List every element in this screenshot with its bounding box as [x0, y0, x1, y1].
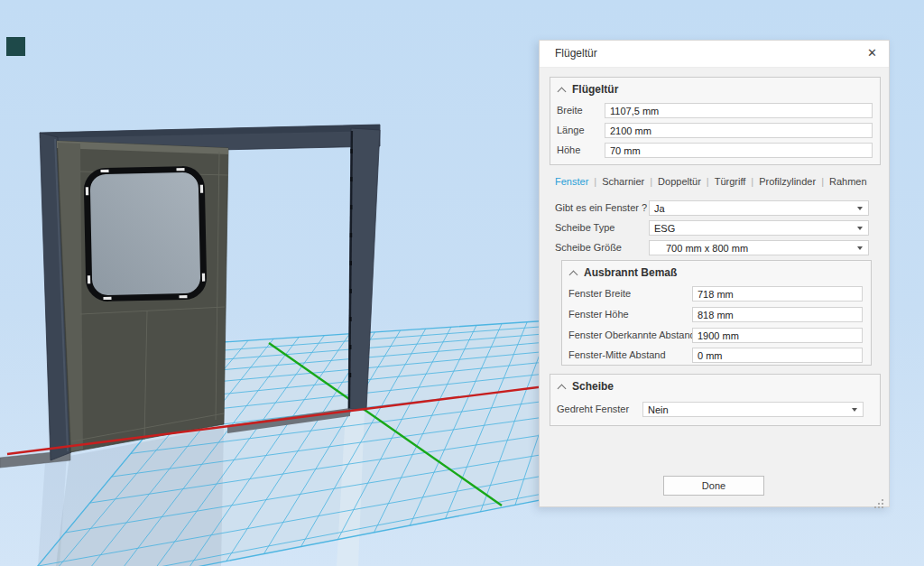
scheibe-groesse-label: Scheibe Größe: [555, 240, 622, 255]
tab-separator: |: [707, 176, 709, 187]
breite-input[interactable]: [605, 103, 873, 118]
resize-grip[interactable]: [882, 499, 883, 501]
group-scheibe-header[interactable]: Scheibe: [559, 380, 614, 393]
fenster-hoehe-label: Fenster Höhe: [568, 307, 629, 322]
chevron-down-icon: [857, 246, 863, 250]
tab-separator: |: [650, 176, 652, 187]
window-glass[interactable]: [87, 169, 204, 299]
chevron-down-icon: [857, 227, 863, 230]
tab-strip: Fenster|Scharnier|Doppeltür|Türgriff|Pro…: [555, 176, 867, 187]
laenge-label: Länge: [557, 123, 585, 138]
scheibe-type-value: ESG: [654, 223, 675, 234]
fenster-frage-label: Gibt es ein Fenster ?: [555, 200, 647, 216]
tab-fenster[interactable]: Fenster: [555, 176, 588, 187]
gedreht-fenster-combo[interactable]: Nein: [642, 402, 864, 417]
fenster-oberkannte-input[interactable]: [692, 328, 863, 343]
group-fluegeltur-header[interactable]: Flügeltür: [559, 83, 618, 96]
scheibe-type-combo[interactable]: ESG: [649, 220, 869, 236]
tab-scharnier[interactable]: Scharnier: [602, 176, 644, 187]
fluegeltur-panel: Flügeltür ✕ Flügeltür Breite Länge Höhe …: [539, 40, 890, 507]
door-window[interactable]: [87, 169, 204, 299]
collapse-icon: [558, 385, 567, 394]
viewport-corner-swatch: [6, 37, 25, 56]
tab-rahmen[interactable]: Rahmen: [829, 176, 867, 187]
chevron-down-icon: [852, 408, 857, 412]
collapse-icon: [558, 88, 567, 97]
fenster-hoehe-input[interactable]: [692, 307, 863, 322]
fenster-mitte-label: Fenster-Mitte Abstand: [568, 348, 666, 363]
fenster-breite-input[interactable]: [692, 286, 863, 302]
hoehe-input[interactable]: [605, 143, 873, 158]
breite-label: Breite: [557, 103, 583, 118]
tab-separator: |: [594, 176, 596, 187]
group-ausbrannt-header[interactable]: Ausbrannt Bemaß: [570, 266, 677, 279]
group-scheibe: Scheibe Gedreht Fenster Nein: [550, 374, 881, 426]
tab-profilzylinder[interactable]: Profilzylinder: [759, 176, 816, 187]
panel-title: Flügeltür: [555, 47, 597, 60]
scheibe-type-label: Scheibe Type: [555, 220, 614, 236]
fenster-oberkannte-label: Fenster Oberkannte Abstand: [568, 328, 696, 343]
tab-doppeltuer[interactable]: Doppeltür: [658, 176, 701, 187]
fenster-frage-combo[interactable]: Ja: [649, 200, 869, 216]
close-icon[interactable]: ✕: [867, 45, 877, 61]
tab-tuergriff[interactable]: Türgriff: [715, 176, 746, 187]
fenster-frage-value: Ja: [654, 203, 665, 214]
group-fluegeltur: Flügeltür Breite Länge Höhe: [550, 77, 881, 165]
panel-titlebar: Flügeltür ✕: [540, 41, 889, 68]
fenster-breite-label: Fenster Breite: [568, 286, 631, 302]
done-button[interactable]: Done: [663, 476, 764, 496]
fenster-mitte-input[interactable]: [692, 348, 863, 363]
chevron-down-icon: [857, 207, 863, 210]
tab-separator: |: [821, 176, 824, 187]
tab-separator: |: [751, 176, 753, 187]
scheibe-groesse-value: 700 mm x 800 mm: [666, 243, 748, 254]
group-ausbrannt: Ausbrannt Bemaß Fenster Breite Fenster H…: [561, 260, 872, 366]
gedreht-fenster-value: Nein: [648, 404, 669, 415]
hoehe-label: Höhe: [557, 143, 580, 158]
scheibe-groesse-combo[interactable]: 700 mm x 800 mm: [649, 240, 869, 255]
laenge-input[interactable]: [605, 123, 873, 138]
collapse-icon: [569, 271, 578, 280]
gedreht-fenster-label: Gedreht Fenster: [557, 402, 629, 417]
